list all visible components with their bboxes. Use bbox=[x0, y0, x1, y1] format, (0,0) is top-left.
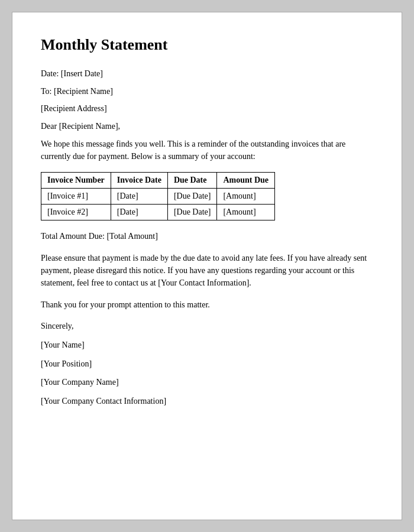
payment-paragraph: Please ensure that payment is made by th… bbox=[41, 252, 373, 289]
table-row: [Invoice #1][Date][Due Date][Amount] bbox=[41, 189, 275, 205]
table-cell-r1-c1: [Date] bbox=[111, 205, 167, 220]
col-header-due-date: Due Date bbox=[167, 173, 217, 189]
position-line: [Your Position] bbox=[41, 358, 373, 370]
col-header-amount-due: Amount Due bbox=[217, 173, 275, 189]
to-line: To: [Recipient Name] bbox=[41, 86, 373, 98]
dear-line: Dear [Recipient Name], bbox=[41, 121, 373, 132]
name-line: [Your Name] bbox=[41, 339, 373, 351]
intro-paragraph: We hope this message finds you well. Thi… bbox=[41, 138, 373, 163]
table-row: [Invoice #2][Date][Due Date][Amount] bbox=[41, 205, 275, 220]
col-header-invoice-number: Invoice Number bbox=[41, 173, 111, 189]
table-cell-r0-c1: [Date] bbox=[111, 189, 167, 205]
total-line: Total Amount Due: [Total Amount] bbox=[41, 230, 373, 242]
invoice-table: Invoice Number Invoice Date Due Date Amo… bbox=[41, 172, 275, 220]
table-header-row: Invoice Number Invoice Date Due Date Amo… bbox=[41, 173, 275, 189]
company-contact-line: [Your Company Contact Information] bbox=[41, 395, 373, 407]
table-cell-r0-c3: [Amount] bbox=[217, 189, 275, 205]
table-cell-r1-c2: [Due Date] bbox=[167, 205, 217, 220]
document-container: Monthly Statement Date: [Insert Date] To… bbox=[12, 12, 402, 520]
date-line: Date: [Insert Date] bbox=[41, 68, 373, 80]
table-cell-r0-c2: [Due Date] bbox=[167, 189, 217, 205]
address-line: [Recipient Address] bbox=[41, 103, 373, 115]
table-cell-r0-c0: [Invoice #1] bbox=[41, 189, 111, 205]
document-title: Monthly Statement bbox=[41, 36, 373, 54]
company-name-line: [Your Company Name] bbox=[41, 377, 373, 388]
signature-block: Sincerely, [Your Name] [Your Position] [… bbox=[41, 320, 373, 407]
sincerely-line: Sincerely, bbox=[41, 320, 373, 332]
table-cell-r1-c3: [Amount] bbox=[217, 205, 275, 220]
col-header-invoice-date: Invoice Date bbox=[111, 173, 167, 189]
table-cell-r1-c0: [Invoice #2] bbox=[41, 205, 111, 220]
thank-you-line: Thank you for your prompt attention to t… bbox=[41, 299, 373, 311]
